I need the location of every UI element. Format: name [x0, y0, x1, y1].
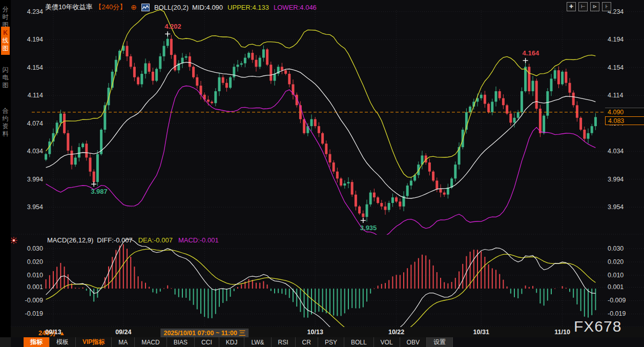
- toolbar-button-OBV[interactable]: OBV: [400, 337, 427, 347]
- toolbar-button-KDJ[interactable]: KDJ: [219, 337, 245, 347]
- toolbar-corner: [0, 337, 11, 347]
- boll-label: BOLL(20,2): [154, 4, 189, 11]
- last-price-tag: 4.083: [605, 116, 644, 125]
- window-controls: ✚⊢⊳⊦: [567, 2, 611, 11]
- macd-name: MACD(26,12,9): [47, 236, 93, 244]
- price-axis-label: 4.154: [608, 64, 624, 71]
- toolbar-button-指标[interactable]: 指标: [24, 337, 50, 347]
- macd-diff-value: DIFF:-0.007: [97, 236, 132, 244]
- date-tick-label: 10/13: [307, 329, 323, 336]
- sidebar-item-K线图[interactable]: K线图: [1, 27, 10, 55]
- instrument-title: 美债10年收益率: [45, 3, 92, 12]
- macd-axis-label: 0.020: [14, 258, 43, 266]
- price-axis-label: 4.234: [14, 8, 43, 15]
- macd-macd-value: MACD:-0.001: [178, 236, 219, 244]
- macd-header: MACD(26,12,9) DIFF:-0.007 DEA:-0.007 MAC…: [47, 236, 219, 244]
- toolbar-button-VIP指标[interactable]: VIP指标: [76, 337, 112, 347]
- svg-text:4.202: 4.202: [164, 23, 181, 30]
- alert-icon[interactable]: [10, 236, 18, 247]
- svg-text:3.935: 3.935: [360, 224, 377, 232]
- sidebar: 分时图K线图闪电图合约资料: [0, 0, 11, 347]
- pan-right-icon[interactable]: ⊦: [602, 2, 611, 11]
- watermark: FX678: [574, 318, 621, 335]
- chart-style-icon[interactable]: [141, 4, 150, 11]
- date-tick-label: 10/22: [388, 329, 404, 336]
- toolbar-button-BIAS[interactable]: BIAS: [167, 337, 195, 347]
- date-tick-label: 10/31: [473, 329, 489, 336]
- toolbar-button-CR[interactable]: CR: [296, 337, 318, 347]
- date-tick-label: 11/10: [554, 329, 570, 336]
- axis-zoom-out-icon[interactable]: ⊳: [590, 2, 599, 11]
- price-axis-label: 4.194: [608, 36, 624, 43]
- add-indicator-icon[interactable]: ⊕: [131, 4, 137, 11]
- toolbar-button-LW&[interactable]: LW&: [244, 337, 271, 347]
- price-axis-label: 4.074: [14, 120, 43, 127]
- macd-axis-label: -0.009: [608, 297, 626, 304]
- toolbar-button-MA[interactable]: MA: [112, 337, 135, 347]
- toolbar-button-MACD[interactable]: MACD: [135, 337, 167, 347]
- toolbar-button-VOL[interactable]: VOL: [374, 337, 400, 347]
- toolbar-button-RSI[interactable]: RSI: [272, 337, 296, 347]
- toolbar-button-BOLL[interactable]: BOLL: [344, 337, 374, 347]
- date-tick-label: 09/24: [115, 329, 131, 336]
- axis-zoom-in-icon[interactable]: ⊢: [578, 2, 588, 11]
- date-tick-label: 09/13: [45, 329, 61, 336]
- macd-axis-label: -0.009: [14, 297, 43, 304]
- price-axis-label: 3.994: [14, 176, 43, 183]
- price-axis-label: 4.194: [14, 36, 43, 43]
- period-tag: 【240分】: [95, 3, 126, 12]
- macd-axis-label: -0.019: [14, 310, 43, 317]
- price-axis-label: 4.034: [608, 148, 624, 155]
- crosshair-icon[interactable]: ✚: [567, 2, 576, 11]
- price-axis-label: 4.114: [608, 92, 623, 99]
- price-axis-label: 3.994: [608, 176, 624, 183]
- macd-axis-label: -0.019: [608, 310, 626, 317]
- boll-lower-value: LOWER:4.046: [274, 4, 317, 11]
- toolbar-button-设置[interactable]: 设置: [427, 337, 453, 347]
- toolbar-button-PSY[interactable]: PSY: [318, 337, 344, 347]
- price-axis-label: 3.954: [608, 203, 624, 211]
- price-axis-label: 4.034: [14, 148, 43, 155]
- macd-dea-value: DEA:-0.007: [138, 236, 173, 244]
- svg-text:4.164: 4.164: [523, 49, 539, 57]
- chart-header: 美债10年收益率 【240分】 ⊕ BOLL(20,2) MID:4.090 U…: [45, 3, 317, 12]
- macd-axis-label: 0.030: [14, 245, 43, 252]
- price-axis-label: 3.954: [14, 203, 43, 211]
- macd-axis-label: 0.010: [14, 272, 43, 279]
- boll-mid-value: MID:4.090: [192, 4, 223, 11]
- toolbar-button-模板[interactable]: 模板: [50, 337, 76, 347]
- chart-canvas[interactable]: 4.2024.1643.9873.935: [0, 0, 644, 347]
- macd-axis-label: 0.020: [608, 258, 624, 266]
- price-axis-label: 4.154: [14, 64, 43, 71]
- mid-price-tag: 4.090: [605, 108, 644, 116]
- macd-axis-label: 0.030: [608, 245, 624, 252]
- chart-window: 4.2024.1643.9873.935 分时图K线图闪电图合约资料 美债10年…: [0, 0, 644, 347]
- time-axis[interactable]: [11, 327, 644, 337]
- price-axis-label: 4.114: [14, 92, 43, 99]
- sidebar-item-合约资料[interactable]: 合约资料: [1, 105, 10, 140]
- sidebar-item-闪电图[interactable]: 闪电图: [1, 64, 10, 92]
- macd-axis-label: 0.001: [14, 283, 43, 291]
- indicator-toolbar: 指标模板VIP指标MAMACDBIASCCIKDJLW&RSICRPSYBOLL…: [24, 337, 453, 347]
- macd-axis-label: 0.010: [608, 272, 624, 279]
- svg-text:3.987: 3.987: [91, 188, 108, 195]
- boll-upper-value: UPPER:4.133: [227, 4, 269, 11]
- macd-axis-label: 0.001: [608, 283, 624, 291]
- toolbar-button-CCI[interactable]: CCI: [195, 337, 219, 347]
